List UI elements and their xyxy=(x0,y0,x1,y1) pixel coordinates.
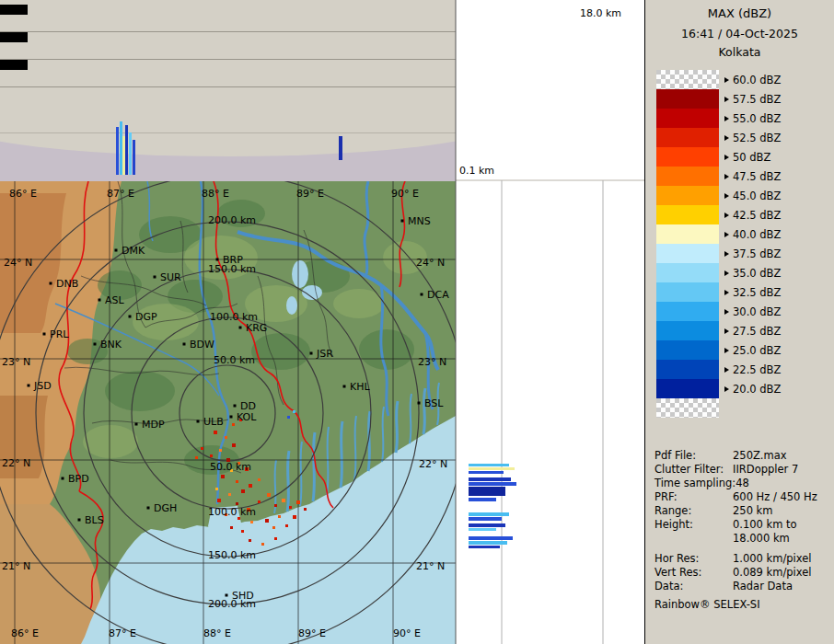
range-ring-label: 50.0 km xyxy=(214,354,255,366)
info-row: Range:250 km xyxy=(654,504,834,518)
info-value: 48 xyxy=(736,477,749,490)
info-value: Radar Data xyxy=(733,580,793,593)
station-dot xyxy=(154,276,156,279)
radar-echo xyxy=(293,515,296,519)
station-dot xyxy=(78,519,81,522)
radar-echo xyxy=(285,524,288,527)
radar-echo xyxy=(195,456,198,459)
legend-swatch xyxy=(656,282,719,302)
range-ring-label: 100.0 km xyxy=(208,506,256,518)
radar-echo xyxy=(278,515,281,518)
info-value: 18.000 km xyxy=(733,532,790,546)
radar-echo xyxy=(258,500,261,503)
side-profile-echo-bar xyxy=(469,523,505,527)
side-profile-echo-bar xyxy=(469,536,513,540)
station-dot xyxy=(239,327,242,329)
info-panel: MAX (dBZ) 16:41 / 04-Oct-2025 Kolkata 60… xyxy=(644,0,834,644)
legend-tick-arrow xyxy=(724,97,729,102)
radar-echo xyxy=(296,500,300,504)
height-axis-max-label: 18.0 km xyxy=(580,7,621,19)
info-value: 250 km xyxy=(733,504,772,518)
legend-swatch xyxy=(656,205,719,224)
legend-tick-arrow xyxy=(724,232,729,237)
legend-row: 20.0 dBZ xyxy=(656,379,834,398)
map-area[interactable] xyxy=(0,174,467,644)
height-axis-min-label: 0.1 km xyxy=(459,165,494,177)
station-label: MNS xyxy=(408,215,431,227)
legend-row: 25.0 dBZ xyxy=(656,340,834,360)
legend-label: 40.0 dBZ xyxy=(733,228,781,241)
info-label: Clutter Filter: xyxy=(654,463,733,477)
latitude-label: 23° N xyxy=(2,356,30,368)
top-profile-echo-bar xyxy=(120,121,122,175)
station-label: DCA xyxy=(427,289,449,301)
longitude-label: 86° E xyxy=(9,188,37,200)
info-label: PRF: xyxy=(654,490,733,504)
station-dot xyxy=(230,416,233,419)
radar-application-window: 18.0 km 0.1 km xyxy=(0,0,834,644)
info-label: Time sampling: xyxy=(654,477,736,490)
station-dot xyxy=(418,402,421,405)
legend-row: 42.5 dBZ xyxy=(656,205,834,224)
latitude-label: 24° N xyxy=(4,257,32,269)
station-dot xyxy=(183,343,186,346)
info-label: Height: xyxy=(654,518,733,532)
radar-echo xyxy=(274,537,277,540)
station-label: KRG xyxy=(246,322,267,334)
station-label: MDP xyxy=(142,419,165,431)
latitude-label: 22° N xyxy=(2,457,30,469)
info-row: Vert Res:0.089 km/pixel xyxy=(654,566,834,580)
side-profile-echo-bar xyxy=(469,477,511,481)
legend-label: 50 dBZ xyxy=(733,151,770,164)
info-row: Hor Res:1.000 km/pixel xyxy=(654,552,834,566)
legend-label: 30.0 dBZ xyxy=(733,305,781,318)
station-dot xyxy=(147,507,150,510)
legend-label: 55.0 dBZ xyxy=(733,112,781,125)
legend-row: 55.0 dBZ xyxy=(656,109,834,128)
station-label: ASL xyxy=(105,294,125,306)
station-dot xyxy=(62,477,64,480)
radar-echo xyxy=(289,506,292,509)
range-ring-label: 50.0 km xyxy=(210,461,251,473)
legend-label: 32.5 dBZ xyxy=(733,286,781,299)
radar-echo xyxy=(225,436,227,439)
legend-swatch xyxy=(656,398,719,418)
side-profile-echo-bar xyxy=(469,528,496,531)
side-profile-echo-bar xyxy=(469,498,496,501)
station-dot xyxy=(50,282,52,285)
product-site: Kolkata xyxy=(645,45,834,59)
radar-echo xyxy=(249,539,251,542)
radar-echo xyxy=(219,449,222,452)
radar-echo xyxy=(261,543,264,546)
top-profile-echo-bar xyxy=(129,132,132,175)
legend-label: 22.5 dBZ xyxy=(733,363,781,376)
legend-swatch xyxy=(656,360,719,379)
station-dot xyxy=(226,594,228,597)
longitude-label: 86° E xyxy=(11,627,39,639)
top-profile-echo-bar xyxy=(122,136,125,175)
longitude-label: 87° E xyxy=(107,188,134,200)
legend-tick-arrow xyxy=(724,328,729,334)
info-label: Data: xyxy=(654,580,733,593)
side-profile-echo-bar xyxy=(469,464,509,466)
info-value: 1.000 km/pixel xyxy=(733,552,812,566)
legend-swatch xyxy=(656,263,719,282)
legend-row: 57.5 dBZ xyxy=(656,89,834,109)
legend-tick-arrow xyxy=(724,174,729,179)
radar-echo xyxy=(221,475,225,478)
legend-tick-arrow xyxy=(724,270,729,276)
station-label: BLS xyxy=(85,514,104,526)
info-label: Hor Res: xyxy=(654,552,733,566)
station-label: BDW xyxy=(190,339,214,351)
legend-tick-arrow xyxy=(724,251,729,257)
station-label: JSD xyxy=(33,380,52,392)
latitude-label: 21° N xyxy=(416,560,445,572)
radar-echo xyxy=(293,410,295,413)
station-label: BPD xyxy=(68,473,89,485)
top-cross-section-panel xyxy=(0,0,456,133)
radar-echo xyxy=(282,499,285,502)
station-dot xyxy=(421,293,423,296)
info-value: 600 Hz / 450 Hz xyxy=(733,490,817,504)
radar-echo xyxy=(228,493,231,496)
station-dot xyxy=(216,259,219,261)
